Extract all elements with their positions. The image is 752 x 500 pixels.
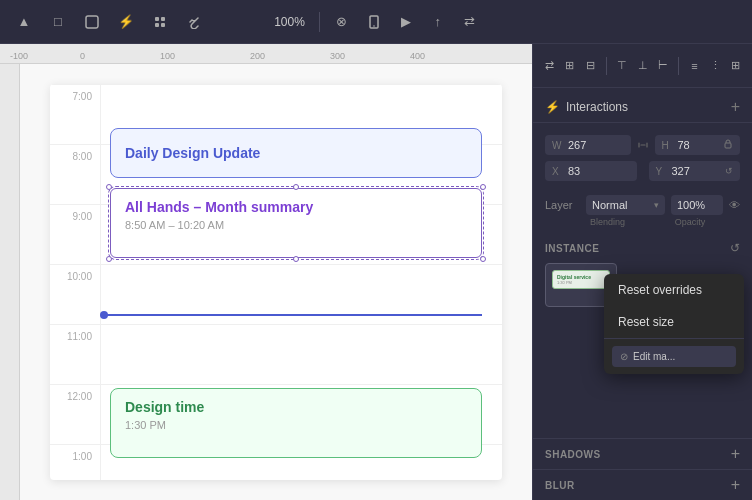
blur-section: BLUR + [533, 469, 752, 500]
y-icon: ↺ [725, 166, 733, 176]
event-card-designtime[interactable]: Design time 1:30 PM [110, 388, 482, 458]
width-value: 267 [568, 139, 624, 151]
ruler-mark: 100 [160, 51, 175, 61]
export-button[interactable]: ↑ [424, 8, 452, 36]
event-card-ddu[interactable]: Daily Design Update [110, 128, 482, 178]
align-top-btn[interactable]: ⊤ [614, 53, 631, 79]
calendar-view[interactable]: 7:00 8:00 9:00 [20, 64, 532, 500]
distribute-v-btn[interactable]: ⊥ [634, 53, 651, 79]
time-content-11 [100, 325, 502, 384]
time-label-12: 12:00 [50, 385, 100, 444]
align-center-btn[interactable]: ⊞ [562, 53, 579, 79]
instance-section: INSTANCE ↺ Digital service 1:30 PM [545, 241, 740, 307]
event-title-allhands: All Hands – Month summary [125, 199, 467, 215]
blending-sub-label: Blending [586, 217, 658, 227]
x-field[interactable]: X 83 [545, 161, 637, 181]
shadows-plus-btn[interactable]: + [731, 445, 740, 463]
shadows-label: SHADOWS [545, 449, 601, 460]
ruler-mark: 300 [330, 51, 345, 61]
instance-row: INSTANCE ↺ [545, 241, 740, 255]
toolbar-left: ▲ □ ⚡ [10, 8, 262, 36]
blur-label: BLUR [545, 480, 575, 491]
canvas-inner: 7:00 8:00 9:00 [0, 64, 532, 500]
link-dimensions[interactable] [637, 139, 649, 151]
ruler-mark: 0 [80, 51, 85, 61]
svg-rect-4 [161, 23, 165, 27]
edit-master-label: Edit ma... [633, 351, 675, 362]
height-label: H [662, 140, 674, 151]
ruler-mark: -100 [10, 51, 28, 61]
opacity-sub-label: Opacity [664, 217, 716, 227]
share-button[interactable]: ⇄ [456, 8, 484, 36]
event-time-allhands: 8:50 AM – 10:20 AM [125, 219, 467, 231]
x-label: X [552, 166, 564, 177]
svg-rect-1 [155, 17, 159, 21]
ruler-mark: 200 [250, 51, 265, 61]
restore-icon[interactable]: ↺ [730, 241, 740, 255]
main-toolbar: ▲ □ ⚡ 100% ⊗ ▶ ↑ ⇄ [0, 0, 752, 44]
pt-divider-2 [678, 57, 679, 75]
component-tool[interactable] [146, 8, 174, 36]
instance-title: INSTANCE [545, 243, 599, 254]
blending-select[interactable]: Normal ▾ [586, 195, 665, 215]
event-card-allhands[interactable]: All Hands – Month summary 8:50 AM – 10:2… [110, 188, 482, 258]
interactions-title: Interactions [566, 100, 628, 114]
y-label: Y [656, 166, 668, 177]
interactions-plus-btn[interactable]: + [731, 98, 740, 116]
toolbar-center: 100% ⊗ ▶ ↑ ⇄ [268, 8, 484, 36]
current-time-dot [100, 311, 108, 319]
edit-icon: ⊘ [620, 351, 628, 362]
play-button[interactable]: ▶ [392, 8, 420, 36]
current-time-line [104, 314, 482, 316]
height-value: 78 [678, 139, 720, 151]
select-tool[interactable]: ▲ [10, 8, 38, 36]
canvas-area: -100 0 100 200 300 400 [0, 44, 532, 500]
ruler-horizontal: -100 0 100 200 300 400 [0, 44, 532, 64]
blur-plus-btn[interactable]: + [731, 476, 740, 494]
svg-rect-7 [725, 143, 731, 148]
opacity-field[interactable]: 100% [671, 195, 723, 215]
blending-chevron: ▾ [654, 200, 659, 210]
main-content: -100 0 100 200 300 400 [0, 44, 752, 500]
opacity-value: 100% [677, 199, 705, 211]
lightning-tool[interactable]: ⚡ [112, 8, 140, 36]
grid-btn[interactable]: ⊞ [727, 53, 744, 79]
svg-rect-2 [161, 17, 165, 21]
y-value: 327 [672, 165, 722, 177]
device-button[interactable] [360, 8, 388, 36]
time-label-9: 9:00 [50, 205, 100, 264]
edit-master-row: ⊘ Edit ma... [604, 338, 744, 374]
event-title-ddu: Daily Design Update [125, 145, 260, 161]
layer-section: Layer Normal ▾ 100% 👁 Blending Opacity [545, 195, 740, 227]
frame-tool[interactable]: □ [44, 8, 72, 36]
link-tool[interactable] [180, 8, 208, 36]
layer-sub-labels: Blending Opacity [545, 217, 740, 227]
edit-master-button[interactable]: ⊘ Edit ma... [612, 346, 736, 367]
reset-size-label: Reset size [618, 315, 674, 329]
stop-button[interactable]: ⊗ [328, 8, 356, 36]
blending-value: Normal [592, 199, 650, 211]
pt-divider [606, 57, 607, 75]
right-panel: ⇄ ⊞ ⊟ ⊤ ⊥ ⊢ ≡ ⋮ ⊞ ⚡ Interactions + [532, 44, 752, 500]
y-field[interactable]: Y 327 ↺ [649, 161, 741, 181]
layer-row: Layer Normal ▾ 100% 👁 [545, 195, 740, 215]
dimensions-section: W 267 H 78 X [545, 135, 740, 181]
time-label-8: 8:00 [50, 145, 100, 204]
reset-size-item[interactable]: Reset size [604, 306, 744, 338]
reset-overrides-item[interactable]: Reset overrides [604, 274, 744, 306]
height-lock-icon [723, 139, 733, 151]
time-label-7: 7:00 [50, 85, 100, 144]
link-btn[interactable]: ⇄ [541, 53, 558, 79]
svg-rect-0 [86, 16, 98, 28]
x-value: 83 [568, 165, 630, 177]
width-field[interactable]: W 267 [545, 135, 631, 155]
height-field[interactable]: H 78 [655, 135, 741, 155]
svg-rect-3 [155, 23, 159, 27]
shape-tool[interactable] [78, 8, 106, 36]
padding-h-btn[interactable]: ≡ [686, 53, 703, 79]
time-label-11: 11:00 [50, 325, 100, 384]
padding-v-btn[interactable]: ⋮ [707, 53, 724, 79]
align-bottom-btn[interactable]: ⊢ [655, 53, 672, 79]
visibility-eye-icon[interactable]: 👁 [729, 199, 740, 211]
align-right-btn[interactable]: ⊟ [582, 53, 599, 79]
